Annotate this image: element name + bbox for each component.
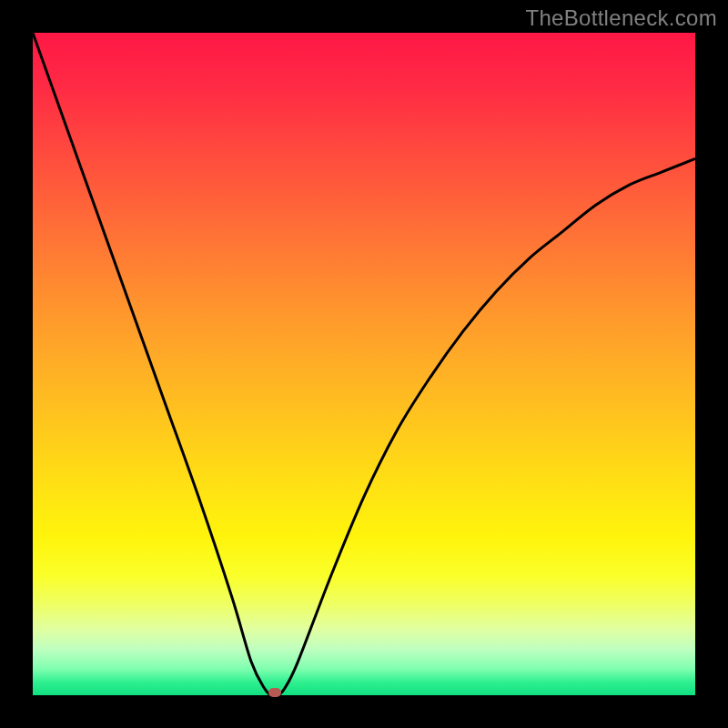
bottleneck-curve <box>33 33 695 695</box>
curve-path <box>33 33 695 695</box>
watermark-text: TheBottleneck.com <box>525 5 717 31</box>
chart-frame: TheBottleneck.com <box>0 0 728 728</box>
plot-area <box>33 33 695 695</box>
minimum-marker <box>268 688 281 697</box>
